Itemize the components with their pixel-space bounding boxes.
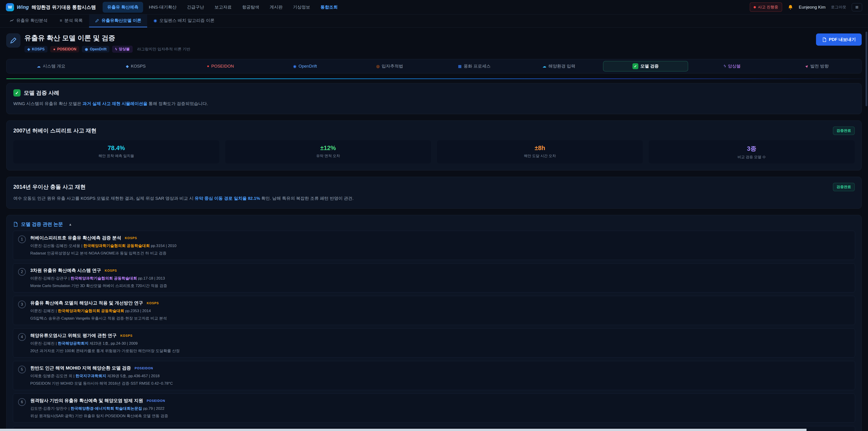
rocket-icon: ➤ bbox=[804, 63, 809, 69]
paper-journal: 한국해양과학기술협의회 공동학술대회 bbox=[58, 309, 124, 313]
paper-title: 원격탐사 기반의 유출유 확산예측 및 해양오염 방제 지원 bbox=[30, 398, 143, 404]
user-name[interactable]: Eunjeong Kim bbox=[799, 5, 826, 10]
stab-roadmap[interactable]: ➤ 발전 방향 bbox=[775, 59, 859, 73]
paper-authors: 이문진·김혜진 | 한국해양과학기술협의회 공동학술대회 pp.2353 | 2… bbox=[30, 308, 167, 313]
model-badge-opendrift: ◉ OpenDrift bbox=[82, 46, 110, 53]
top-navigation: W Wing 해양환경 위기대응 통합시스템 유출유 확산예측 HNS·대기확산… bbox=[0, 0, 868, 14]
paper-journal: 한국해양과학기술협의회 공동학술대회 bbox=[70, 276, 137, 280]
paper-description: 위성 원격탐사(SAR·광학) 기반 유출유 탐지·POSEIDON 확산예측 … bbox=[30, 413, 168, 419]
nav-item-weather-info[interactable]: 기상정보 bbox=[288, 2, 315, 13]
stat-box-model-count: 3종 비교 검증 모델 수 bbox=[649, 140, 855, 163]
page-icon bbox=[6, 33, 20, 48]
nav-item-board[interactable]: 게시판 bbox=[265, 2, 287, 13]
stat-value: 78.4% bbox=[13, 145, 219, 152]
nav-item-aerial-search[interactable]: 항공탐색 bbox=[238, 2, 264, 13]
incident-status-badge[interactable]: 사고 진행중 bbox=[750, 2, 782, 12]
stat-label: 비교 검증 모델 수 bbox=[649, 155, 855, 160]
stab-kosps[interactable]: ◆ KOSPS bbox=[93, 59, 178, 73]
stat-value: 3종 bbox=[649, 145, 855, 153]
paper-item[interactable]: 4 해양유류오염사고 위해도 평가에 관한 연구 KOSPS 이문진·김혜진 |… bbox=[13, 329, 855, 358]
document-icon bbox=[822, 37, 827, 42]
paper-item[interactable]: 1 허베이스피리트호 유출유 확산예측 검증 분석 KOSPS 이문진·김선동·… bbox=[13, 231, 855, 260]
paper-item[interactable]: 6 원격탐사 기반의 유출유 확산예측 및 해양오염 방제 지원 POSEIDO… bbox=[13, 394, 855, 423]
stab-weathering[interactable]: ▦ 풍화 프로세스 bbox=[432, 59, 517, 73]
bottom-strip bbox=[0, 429, 807, 431]
stat-label: 해안 도달 시간 오차 bbox=[437, 154, 643, 158]
page-header: 유출유 확산 모델 이론 및 검증 ◆ KOSPS ● POSEIDON ◉ O… bbox=[6, 33, 862, 53]
sub-tab-bar: 유출유 확산분석 ≡ 분석 목록 유출유확산모델 이론 ◉ 오일펜스 배치 알고… bbox=[0, 14, 868, 28]
paper-authors: 김도연·김종기·양찬수 | 한국해양환경·에너지학회 학술대회논문집 pp.79… bbox=[30, 406, 168, 411]
paper-authors: 이문진·김혜진·강관구 | 한국해양과학기술협의회 공동학술대회 pp.17-1… bbox=[30, 276, 167, 281]
validation-description: WING 시스템의 유출유 확산 모델은 과거 실제 사고 재현 시뮬레이션을 … bbox=[13, 100, 855, 107]
app-logo[interactable]: W Wing 해양환경 위기대응 통합시스템 bbox=[6, 3, 96, 11]
diamond-icon: ◆ bbox=[27, 47, 30, 51]
paper-journal: 한국해양공학회지 bbox=[58, 341, 89, 345]
stab-poseidon[interactable]: ● POSEIDON bbox=[178, 59, 263, 73]
papers-collapse-header[interactable]: 모델 검증 관련 논문 ▲ bbox=[13, 221, 855, 227]
dot-icon: ● bbox=[53, 47, 55, 51]
tab-label: 유출유확산모델 이론 bbox=[101, 18, 141, 24]
paper-journal: 한국해양과학기술협의회 공동학술대회 bbox=[84, 244, 150, 248]
paper-model-badge: KOSPS bbox=[120, 334, 132, 337]
lightning-icon: ϟ bbox=[724, 64, 726, 68]
paper-number: 4 bbox=[18, 333, 26, 341]
page-title: 유출유 확산 모델 이론 및 검증 bbox=[24, 33, 190, 43]
check-icon: ✓ bbox=[13, 89, 21, 96]
nav-item-spill-forecast[interactable]: 유출유 확산예측 bbox=[103, 2, 143, 13]
case-title: 2014년 우이산 충돌 사고 재현 bbox=[13, 183, 86, 190]
paper-authors: 이문진·김혜진 | 한국해양공학회지 제23권 1호, pp.24-30 | 2… bbox=[30, 341, 180, 346]
document-icon bbox=[13, 222, 18, 227]
stab-validation[interactable]: ✓ 모델 검증 bbox=[603, 61, 688, 71]
case-description: 여수 오동도 인근 원유 유출 사고를 KOSPS 모델로 재현한 결과, 실제… bbox=[13, 195, 855, 202]
paper-number: 5 bbox=[18, 366, 26, 373]
scrollbar-thumb[interactable] bbox=[866, 32, 867, 106]
paper-description: Monte Carlo Simulation 기반 3D 확산모델·허베이 스피… bbox=[30, 283, 167, 288]
stab-ocean-input[interactable]: ☁ 해양환경 입력 bbox=[517, 59, 601, 73]
gradient-divider bbox=[6, 79, 862, 79]
stat-label: 유막 면적 오차 bbox=[225, 154, 431, 158]
paper-title: 3차원 유출유 확산예측 시스템 연구 bbox=[30, 267, 101, 274]
paper-item[interactable]: 3 유출유 확산예측 모델의 해양사고 적용 및 개선방안 연구 KOSPS 이… bbox=[13, 296, 855, 325]
model-badge-ensemble: ϟ 앙상블 bbox=[112, 45, 132, 53]
validation-link-text[interactable]: 과거 실제 사고 재현 시뮬레이션을 bbox=[83, 101, 147, 106]
nav-item-emergency-rescue[interactable]: 긴급구난 bbox=[182, 2, 209, 13]
list-icon: ≡ bbox=[60, 18, 62, 23]
incident-dot-icon bbox=[754, 6, 756, 8]
section-title: 모델 검증 사례 bbox=[24, 89, 59, 96]
tab-oilfence-theory[interactable]: ◉ 오일펜스 배치 알고리즘 이론 bbox=[148, 14, 220, 27]
stab-particle-tracking[interactable]: ◎ 입자추적법 bbox=[347, 59, 432, 73]
tab-analysis-list[interactable]: ≡ 분석 목록 bbox=[54, 14, 89, 27]
stat-value: ±12% bbox=[225, 145, 431, 152]
paper-item[interactable]: 5 한반도 인근 해역 MOHID 지역 해양순환 모델 검증 POSEIDON… bbox=[13, 361, 855, 390]
paper-title: 허베이스피리트호 유출유 확산예측 검증 분석 bbox=[30, 235, 121, 241]
primary-nav: 유출유 확산예측 HNS·대기확산 긴급구난 보고자료 항공탐색 게시판 기상정… bbox=[103, 2, 342, 13]
pdf-export-button[interactable]: PDF 내보내기 bbox=[816, 33, 862, 45]
paper-item[interactable]: 2 3차원 유출유 확산예측 시스템 연구 KOSPS 이문진·김혜진·강관구 … bbox=[13, 263, 855, 293]
hamburger-icon: ≡ bbox=[855, 4, 859, 10]
tab-label: 오일펜스 배치 알고리즘 이론 bbox=[159, 18, 215, 24]
nav-item-reports[interactable]: 보고자료 bbox=[210, 2, 236, 13]
stab-opendrift[interactable]: ◉ OpenDrift bbox=[263, 59, 347, 73]
bell-icon[interactable] bbox=[787, 4, 794, 10]
page-subtitle: 라그랑지안 입자추적 이론 기반 bbox=[137, 47, 190, 52]
stat-value: ±8h bbox=[437, 145, 643, 152]
stab-overview[interactable]: ☁ 시스템 개요 bbox=[9, 59, 93, 73]
cloud-icon: ☁ bbox=[37, 64, 41, 69]
stat-label: 해안 표착 예측 일치율 bbox=[13, 154, 219, 158]
case-highlight-text: 유막 중심 이동 경로 일치율 82.1% bbox=[195, 196, 260, 201]
stab-ensemble[interactable]: ϟ 앙상블 bbox=[690, 59, 774, 73]
ring-icon: ◉ bbox=[85, 47, 88, 51]
pen-icon bbox=[95, 19, 99, 23]
logout-link[interactable]: 로그아웃 bbox=[831, 4, 846, 10]
case-title: 2007년 허베이 스피리트 사고 재현 bbox=[13, 127, 96, 134]
paper-number: 1 bbox=[18, 236, 26, 243]
paper-title: 해양유류오염사고 위해도 평가에 관한 연구 bbox=[30, 333, 117, 339]
nav-item-hns-atmospheric[interactable]: HNS·대기확산 bbox=[145, 2, 181, 13]
menu-button[interactable]: ≡ bbox=[852, 3, 862, 11]
tab-model-theory[interactable]: 유출유확산모델 이론 bbox=[89, 14, 147, 27]
tab-spill-analysis[interactable]: 유출유 확산분석 bbox=[4, 14, 53, 27]
nav-item-integrated-search[interactable]: 통합조회 bbox=[316, 2, 342, 13]
collapse-arrow-icon: ▲ bbox=[69, 222, 72, 226]
paper-description: POSEIDON 기반 MOHID 모델 동아시아 해역 2016년 검증·SS… bbox=[30, 381, 173, 386]
ring-icon: ◉ bbox=[293, 64, 297, 69]
